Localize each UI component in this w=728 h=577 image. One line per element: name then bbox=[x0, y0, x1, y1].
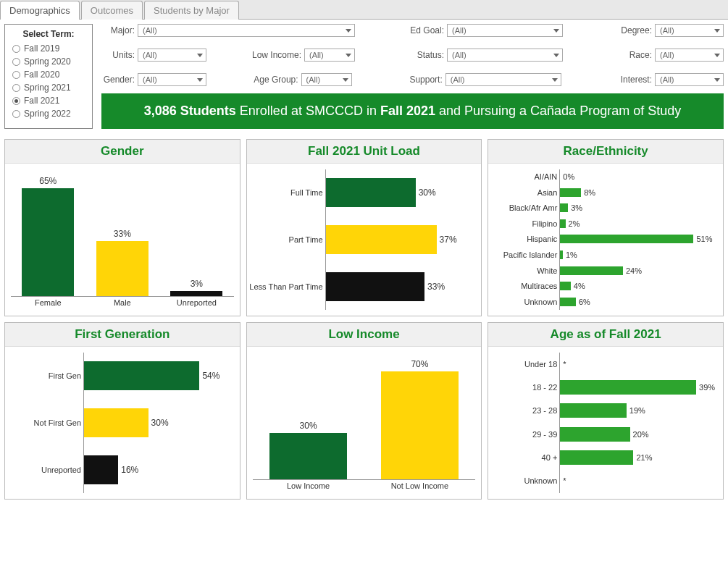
filter-status-dropdown[interactable]: (All) bbox=[447, 49, 563, 62]
bar-age-under-18[interactable]: Under 18* bbox=[560, 357, 717, 371]
bar-rect bbox=[84, 455, 118, 484]
bar-category-label: Not First Gen bbox=[34, 418, 81, 427]
bar-race-asian[interactable]: Asian8% bbox=[560, 188, 717, 197]
radio-icon bbox=[12, 110, 20, 118]
term-option-label: Fall 2019 bbox=[24, 43, 59, 54]
bar-category-label: 40 + bbox=[542, 453, 558, 462]
filter-gender-label: Gender: bbox=[101, 75, 135, 85]
chevron-down-icon bbox=[346, 29, 351, 33]
filter-support-dropdown[interactable]: (All) bbox=[445, 73, 561, 86]
filter-agegroup-label: Age Group: bbox=[254, 75, 298, 85]
bar-firstgen-unreported[interactable]: Unreported16% bbox=[84, 455, 234, 484]
axis-label: Male bbox=[85, 298, 160, 307]
bar-age-29-39[interactable]: 29 - 3920% bbox=[560, 427, 717, 442]
bar-race-white[interactable]: White24% bbox=[560, 266, 717, 275]
chevron-down-icon bbox=[343, 78, 348, 82]
bar-rect bbox=[560, 203, 568, 212]
panel-body: AI/AIN0%Asian8%Black/Afr Amr3%Filipino2%… bbox=[488, 164, 723, 316]
bar-value-label: 51% bbox=[696, 235, 712, 243]
filter-interest-dropdown[interactable]: (All) bbox=[655, 73, 724, 86]
axis-label: Unreported bbox=[159, 298, 234, 307]
chevron-down-icon bbox=[714, 29, 720, 33]
term-option-fall-2020[interactable]: Fall 2020 bbox=[12, 68, 85, 81]
panel-race: Race/EthnicityAI/AIN0%Asian8%Black/Afr A… bbox=[488, 139, 724, 316]
bar-rect bbox=[560, 450, 633, 465]
chevron-down-icon bbox=[553, 54, 559, 57]
bar-value-label: 30% bbox=[151, 418, 169, 428]
bar-age-40-[interactable]: 40 +21% bbox=[560, 450, 717, 465]
panel-firstgen: First GenerationFirst Gen54%Not First Ge… bbox=[4, 322, 240, 500]
filter-support-label: Support: bbox=[399, 75, 443, 85]
filter-major-dropdown[interactable]: (All) bbox=[138, 24, 355, 37]
filter-gender-dropdown[interactable]: (All) bbox=[138, 73, 206, 86]
bar-unitload-full-time[interactable]: Full Time30% bbox=[326, 178, 476, 207]
bar-unitload-less-than-part-time[interactable]: Less Than Part Time33% bbox=[326, 272, 476, 301]
bar-rect bbox=[96, 241, 148, 296]
tab-outcomes[interactable]: Outcomes bbox=[81, 1, 143, 20]
filter-agegroup-dropdown[interactable]: (All) bbox=[301, 73, 352, 86]
bar-rect bbox=[326, 272, 424, 301]
panel-title: Fall 2021 Unit Load bbox=[247, 140, 482, 164]
term-option-fall-2021[interactable]: Fall 2021 bbox=[12, 94, 85, 107]
tab-demographics[interactable]: Demographics bbox=[0, 1, 80, 20]
chevron-down-icon bbox=[714, 78, 720, 82]
filter-lowincome-label: Low Income: bbox=[252, 50, 301, 60]
filter-major-label: Major: bbox=[101, 25, 135, 35]
bar-category-label: Black/Afr Amr bbox=[509, 203, 558, 212]
bar-value-label: 21% bbox=[636, 453, 652, 462]
bar-value-label: 54% bbox=[202, 371, 219, 381]
bar-firstgen-first-gen[interactable]: First Gen54% bbox=[84, 361, 234, 390]
bar-age-23-28[interactable]: 23 - 2819% bbox=[560, 403, 717, 418]
filter-lowincome-dropdown[interactable]: (All) bbox=[304, 49, 355, 62]
filter-units-dropdown[interactable]: (All) bbox=[138, 49, 206, 62]
panel-body: Under 18*18 - 2239%23 - 2819%29 - 3920%4… bbox=[488, 347, 723, 499]
filter-edgoal-dropdown[interactable]: (All) bbox=[447, 24, 563, 37]
bar-race-ai-ain[interactable]: AI/AIN0% bbox=[560, 172, 717, 181]
bar-rect bbox=[326, 225, 437, 254]
bar-unitload-part-time[interactable]: Part Time37% bbox=[326, 225, 476, 254]
term-option-spring-2022[interactable]: Spring 2022 bbox=[12, 107, 85, 120]
bar-rect bbox=[560, 427, 629, 442]
chevron-down-icon bbox=[714, 54, 720, 57]
chart-panels: Gender65%33%3%FemaleMaleUnreportedFall 2… bbox=[0, 133, 728, 505]
bar-age-unknown[interactable]: Unknown* bbox=[560, 473, 717, 488]
filters-area: Major: (All) Ed Goal: (All) Degree: (All… bbox=[101, 24, 724, 129]
bar-category-label: 18 - 22 bbox=[532, 383, 557, 392]
bar-category-label: Part Time bbox=[289, 235, 323, 244]
filter-race-dropdown[interactable]: (All) bbox=[655, 49, 724, 62]
bar-race-hispanic[interactable]: Hispanic51% bbox=[560, 235, 717, 243]
bar-rect bbox=[84, 361, 199, 390]
bar-race-unknown[interactable]: Unknown6% bbox=[560, 298, 717, 306]
term-option-fall-2019[interactable]: Fall 2019 bbox=[12, 42, 85, 55]
term-option-label: Fall 2020 bbox=[24, 70, 59, 80]
filter-degree-dropdown[interactable]: (All) bbox=[655, 24, 724, 37]
panel-lowincome: Low Income30%70%Low IncomeNot Low Income bbox=[246, 322, 482, 500]
bar-firstgen-not-first-gen[interactable]: Not First Gen30% bbox=[84, 408, 234, 437]
bar-value-label: 65% bbox=[39, 176, 57, 186]
bar-gender-unreported[interactable]: 3% bbox=[159, 169, 234, 296]
bar-race-filipino[interactable]: Filipino2% bbox=[560, 219, 717, 228]
bar-value-label: 8% bbox=[584, 188, 595, 197]
axis-label: Not Low Income bbox=[364, 481, 476, 490]
bar-category-label: Unknown bbox=[524, 476, 557, 485]
bar-value-label: 30% bbox=[300, 421, 317, 431]
panel-body: Full Time30%Part Time37%Less Than Part T… bbox=[247, 164, 482, 316]
bar-gender-male[interactable]: 33% bbox=[85, 169, 160, 296]
bar-category-label: First Gen bbox=[49, 371, 81, 380]
tab-students-by-major[interactable]: Students by Major bbox=[144, 1, 239, 20]
bar-category-label: AI/AIN bbox=[535, 172, 558, 181]
bar-race-multiraces[interactable]: Multiraces4% bbox=[560, 282, 717, 290]
term-option-spring-2020[interactable]: Spring 2020 bbox=[12, 55, 85, 68]
bar-rect bbox=[560, 298, 576, 306]
chevron-down-icon bbox=[346, 54, 351, 57]
bar-race-black-afr-amr[interactable]: Black/Afr Amr3% bbox=[560, 203, 717, 212]
bar-lowincome-not-low-income[interactable]: 70% bbox=[364, 353, 476, 479]
bar-race-pacific-islander[interactable]: Pacific Islander1% bbox=[560, 250, 717, 259]
bar-gender-female[interactable]: 65% bbox=[11, 169, 85, 296]
bar-age-18-22[interactable]: 18 - 2239% bbox=[560, 380, 717, 395]
bar-lowincome-low-income[interactable]: 30% bbox=[253, 353, 364, 479]
term-option-spring-2021[interactable]: Spring 2021 bbox=[12, 81, 85, 94]
radio-icon bbox=[12, 58, 20, 66]
bar-value-label: 20% bbox=[633, 430, 649, 439]
panel-body: 30%70%Low IncomeNot Low Income bbox=[247, 347, 482, 499]
